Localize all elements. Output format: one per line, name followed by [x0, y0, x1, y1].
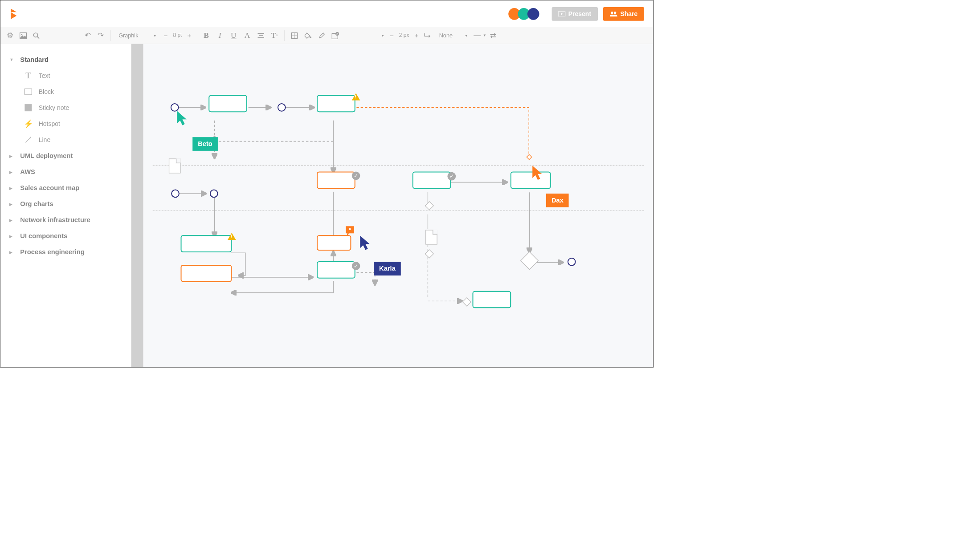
chevron-right-icon: ▶: [9, 234, 15, 239]
gateway-node[interactable]: [425, 201, 434, 211]
check-badge: ✓: [352, 262, 360, 270]
flow-node[interactable]: [208, 95, 247, 112]
swimlane-divider: [153, 210, 644, 211]
flow-node[interactable]: [317, 172, 355, 189]
collaborator-label: Beto: [192, 137, 218, 151]
cursor-icon: [176, 110, 188, 126]
validate-icon[interactable]: [329, 28, 343, 42]
undo-icon[interactable]: ↶: [82, 29, 94, 42]
toolbar: ⚙ ↶ ↷ Graphik▼ − 8 pt + B I U A T×: [0, 27, 653, 44]
chevron-right-icon: ▶: [9, 202, 15, 207]
gateway-node[interactable]: [425, 249, 434, 259]
comment-flag[interactable]: ❝: [346, 226, 354, 233]
line-end-select[interactable]: None▼: [434, 32, 473, 39]
category-org[interactable]: ▶Org charts: [7, 196, 125, 212]
share-label: Share: [620, 10, 637, 17]
font-family-select[interactable]: Graphik▼: [114, 32, 161, 39]
flow-node[interactable]: [181, 265, 232, 282]
app-logo: [9, 8, 18, 19]
document-node[interactable]: [169, 158, 181, 173]
hotspot-icon: ⚡: [24, 119, 33, 128]
chevron-right-icon: ▶: [9, 250, 15, 255]
event-node[interactable]: [278, 103, 286, 112]
stroke-width-value[interactable]: 2 px: [396, 32, 412, 39]
collaborator-label: Dax: [546, 194, 569, 207]
shape-hotspot[interactable]: ⚡ Hotspot: [7, 116, 125, 132]
warning-badge: [352, 93, 360, 101]
bold-button[interactable]: B: [200, 28, 213, 42]
chevron-right-icon: ▶: [9, 170, 15, 174]
font-size-dec[interactable]: −: [161, 32, 170, 39]
border-button[interactable]: [288, 28, 302, 42]
redo-icon[interactable]: ↷: [94, 29, 107, 42]
font-size-inc[interactable]: +: [185, 32, 193, 39]
category-network[interactable]: ▶Network infrastructure: [7, 212, 125, 228]
line-routing-icon[interactable]: [421, 28, 434, 42]
end-node[interactable]: [568, 258, 576, 266]
shape-text[interactable]: T Text: [7, 68, 125, 84]
shape-sidebar: ▼ Standard T Text Block Sticky note ⚡ Ho…: [0, 44, 131, 367]
canvas[interactable]: ✓ ❝ ✓ ✓ Beto: [131, 44, 653, 367]
flow-node[interactable]: [317, 95, 355, 112]
collaborator-label: Karla: [374, 262, 401, 276]
presence-avatars[interactable]: [510, 8, 539, 20]
event-node[interactable]: [171, 190, 180, 198]
chevron-down-icon: ▼: [9, 57, 15, 62]
settings-icon[interactable]: ⚙: [4, 29, 16, 42]
image-icon[interactable]: [16, 29, 29, 42]
gateway-node[interactable]: [520, 251, 539, 270]
svg-point-1: [611, 12, 613, 14]
shape-line[interactable]: Line: [7, 132, 125, 148]
document-node[interactable]: [425, 230, 437, 244]
shape-block[interactable]: Block: [7, 84, 125, 100]
flow-node[interactable]: [317, 235, 351, 251]
present-button[interactable]: Present: [551, 7, 597, 21]
cursor-icon: [532, 165, 543, 181]
path-marker: [526, 154, 532, 160]
chevron-right-icon: ▶: [9, 154, 15, 158]
shape-style-dropdown[interactable]: ▼: [378, 33, 388, 37]
flow-node[interactable]: [181, 235, 232, 252]
align-button[interactable]: [254, 28, 268, 42]
category-ui[interactable]: ▶UI components: [7, 228, 125, 244]
line-start-style[interactable]: ▼: [473, 28, 486, 42]
swap-ends-icon[interactable]: [486, 28, 500, 42]
svg-line-6: [37, 36, 39, 39]
category-standard[interactable]: ▼ Standard: [7, 52, 125, 68]
category-uml[interactable]: ▶UML deployment: [7, 148, 125, 164]
flow-node[interactable]: [317, 261, 355, 279]
flow-node[interactable]: [412, 172, 451, 189]
swimlane-divider: [153, 165, 644, 166]
header: Present Share: [0, 0, 653, 27]
svg-point-2: [614, 12, 616, 14]
clear-format-button[interactable]: T×: [268, 28, 282, 42]
underline-button[interactable]: U: [227, 28, 241, 42]
flow-node[interactable]: [510, 172, 551, 189]
pencil-icon[interactable]: [315, 28, 329, 42]
event-node[interactable]: [210, 190, 218, 198]
svg-line-17: [25, 137, 31, 142]
fill-button[interactable]: [301, 28, 315, 42]
flow-node[interactable]: [473, 291, 511, 308]
shape-sticky[interactable]: Sticky note: [7, 100, 125, 116]
gateway-node[interactable]: [462, 297, 471, 307]
check-badge: ✓: [352, 172, 360, 180]
avatar[interactable]: [527, 8, 539, 20]
font-color-button[interactable]: A: [241, 28, 254, 42]
italic-button[interactable]: I: [213, 28, 227, 42]
cursor-icon: [359, 235, 371, 251]
share-button[interactable]: Share: [603, 7, 644, 21]
category-sales[interactable]: ▶Sales account map: [7, 180, 125, 196]
category-process[interactable]: ▶Process engineering: [7, 244, 125, 260]
stroke-inc[interactable]: +: [412, 32, 421, 39]
connectors: [131, 44, 653, 367]
svg-point-13: [310, 36, 311, 38]
play-icon: [558, 11, 565, 16]
category-aws[interactable]: ▶AWS: [7, 164, 125, 180]
chevron-right-icon: ▶: [9, 186, 15, 190]
svg-point-5: [33, 33, 37, 37]
font-size-value[interactable]: 8 pt: [170, 32, 185, 39]
search-icon[interactable]: [30, 29, 43, 42]
block-icon: [24, 87, 33, 96]
stroke-dec[interactable]: −: [388, 32, 396, 39]
